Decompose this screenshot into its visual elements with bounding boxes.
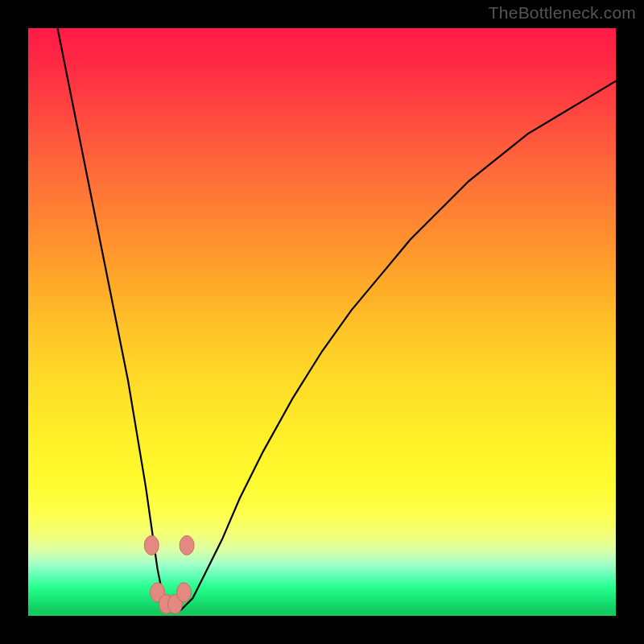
watermark-text: TheBottleneck.com (489, 3, 636, 23)
chart-frame: TheBottleneck.com (0, 0, 644, 644)
gradient-plot-area (28, 28, 616, 616)
curve-markers (144, 535, 194, 613)
curve-marker (144, 535, 159, 555)
curve-marker (180, 535, 194, 555)
bottleneck-curve (58, 28, 617, 613)
curve-marker (176, 583, 191, 602)
curve-layer (28, 28, 616, 616)
